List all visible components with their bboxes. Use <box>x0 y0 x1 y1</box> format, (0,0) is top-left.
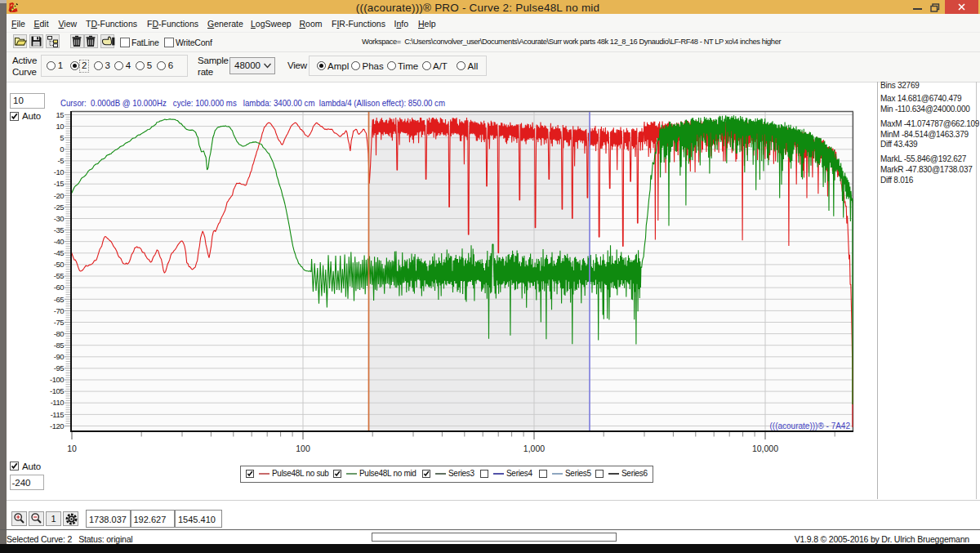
svg-text:5: 5 <box>60 133 64 142</box>
svg-text:10: 10 <box>67 444 77 453</box>
svg-text:-5: -5 <box>58 156 65 165</box>
svg-text:-10: -10 <box>54 167 64 176</box>
svg-text:-105: -105 <box>50 386 64 395</box>
svg-text:-50: -50 <box>54 260 64 269</box>
svg-text:-110: -110 <box>51 398 65 407</box>
svg-text:(((acourate)))® - 7A42: (((acourate)))® - 7A42 <box>769 421 850 430</box>
svg-text:-100: -100 <box>50 375 64 384</box>
svg-text:-60: -60 <box>54 283 64 292</box>
svg-text:-95: -95 <box>54 363 64 372</box>
svg-text:-120: -120 <box>50 421 64 430</box>
svg-text:1,000: 1,000 <box>523 444 545 453</box>
svg-text:-70: -70 <box>54 306 64 315</box>
svg-text:-65: -65 <box>54 295 64 304</box>
svg-text:-85: -85 <box>54 341 64 350</box>
svg-text:-35: -35 <box>54 225 64 234</box>
svg-text:-40: -40 <box>54 237 64 246</box>
svg-text:0: 0 <box>60 145 64 154</box>
svg-text:-80: -80 <box>54 329 64 338</box>
svg-text:-20: -20 <box>54 191 64 200</box>
svg-text:15: 15 <box>56 110 64 119</box>
svg-text:-115: -115 <box>51 410 65 419</box>
svg-text:Cursor: 0.000dB @ 10.000Hz: Cursor: 0.000dB @ 10.000Hz cycle: 100.00… <box>60 98 445 108</box>
svg-text:-55: -55 <box>54 271 64 280</box>
svg-text:-75: -75 <box>54 318 64 327</box>
svg-text:10,000: 10,000 <box>752 444 778 453</box>
svg-text:-90: -90 <box>54 352 64 361</box>
svg-text:-30: -30 <box>54 214 64 223</box>
svg-text:-45: -45 <box>54 248 64 257</box>
svg-text:100: 100 <box>296 444 310 453</box>
svg-text:-15: -15 <box>54 179 64 188</box>
svg-text:-25: -25 <box>54 203 64 212</box>
svg-text:10: 10 <box>56 122 64 131</box>
